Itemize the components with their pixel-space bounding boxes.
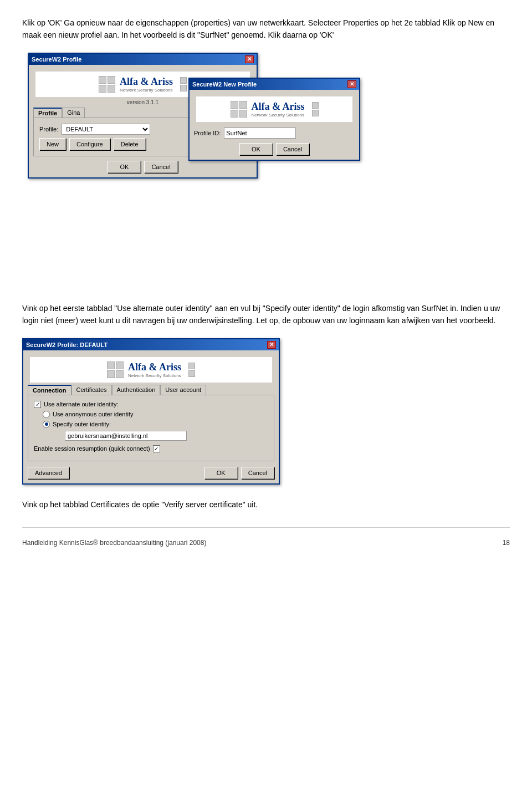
alternate-identity-checkbox[interactable]: ✓ bbox=[34, 401, 41, 408]
dialog1-logo-sub: Network Security Solutions bbox=[120, 88, 173, 93]
tab-user-account[interactable]: User account bbox=[160, 385, 206, 395]
anonymous-identity-radio[interactable] bbox=[43, 411, 50, 418]
configure-button[interactable]: Configure bbox=[69, 138, 110, 150]
alternate-identity-label: Use alternate outer identity: bbox=[44, 401, 119, 407]
session-resumption-checkbox[interactable]: ✓ bbox=[153, 445, 160, 452]
session-resumption-label: Enable session resumption (quick connect… bbox=[34, 445, 150, 452]
dialog3-cancel-button[interactable]: Cancel bbox=[241, 467, 274, 479]
dialog3-logo-area: Alfa & Ariss Network Security Solutions bbox=[30, 357, 272, 383]
profile-label: Profile: bbox=[39, 126, 58, 133]
anonymous-identity-label: Use anonymous outer identity bbox=[53, 411, 134, 417]
new-button[interactable]: New bbox=[39, 138, 66, 150]
dialog2-logo-main: Alfa & Ariss bbox=[252, 101, 305, 113]
dialog2-logo-squares-icon bbox=[231, 101, 247, 118]
dialog3-logo-main: Alfa & Ariss bbox=[128, 361, 181, 373]
dialog3-footer-buttons: Advanced OK Cancel bbox=[28, 467, 274, 479]
dialog3-titlebar: SecureW2 Profile: DEFAULT ✕ bbox=[23, 339, 279, 350]
dialog1-logo-main: Alfa & Ariss bbox=[120, 76, 173, 88]
profile-select[interactable]: DEFAULT bbox=[62, 124, 150, 135]
identity-input-row bbox=[54, 431, 268, 441]
anonymous-identity-row: Use anonymous outer identity bbox=[43, 411, 268, 418]
footer-right: 18 bbox=[503, 539, 510, 547]
dialog1-ok-button[interactable]: OK bbox=[108, 161, 141, 173]
identity-input[interactable] bbox=[65, 431, 187, 441]
dialog3-tab-content: ✓ Use alternate outer identity: Use anon… bbox=[28, 395, 274, 461]
dialog2-ok-button[interactable]: OK bbox=[239, 143, 273, 155]
dialog3-logo-sub: Network Security Solutions bbox=[128, 373, 181, 378]
specify-identity-radio[interactable] bbox=[43, 421, 50, 428]
delete-button[interactable]: Delete bbox=[114, 138, 146, 150]
dialog1-footer-buttons: OK Cancel bbox=[33, 161, 252, 173]
dialog3-logo-squares-icon bbox=[107, 361, 124, 378]
dialog3-title: SecureW2 Profile: DEFAULT bbox=[26, 342, 108, 348]
dialog1-close-button[interactable]: ✕ bbox=[245, 55, 254, 63]
profile-id-input[interactable] bbox=[224, 128, 296, 139]
dialog1-cancel-button[interactable]: Cancel bbox=[144, 161, 177, 173]
footer-left: Handleiding KennisGlas® breedbandaanslui… bbox=[22, 539, 206, 547]
paragraph-1: Klik op 'OK' Ga opnieuw naar de eigensch… bbox=[22, 17, 510, 42]
tab-profile[interactable]: Profile bbox=[33, 108, 62, 118]
specify-identity-row: Specify outer identity: bbox=[43, 421, 268, 428]
page-footer: Handleiding KennisGlas® breedbandaanslui… bbox=[22, 527, 510, 547]
dialog2-close-button[interactable]: ✕ bbox=[347, 80, 356, 88]
tab-authentication[interactable]: Authentication bbox=[112, 385, 161, 395]
securew2-default-profile-dialog: SecureW2 Profile: DEFAULT ✕ Alfa & Ariss… bbox=[22, 338, 280, 485]
specify-identity-label: Specify outer identity: bbox=[53, 421, 111, 427]
dialog2-logo-area: Alfa & Ariss Network Security Solutions bbox=[196, 96, 352, 122]
dialog1-title: SecureW2 Profile bbox=[32, 56, 81, 63]
alternate-identity-row: ✓ Use alternate outer identity: bbox=[34, 401, 268, 408]
dialog3-ok-button[interactable]: OK bbox=[204, 467, 238, 479]
paragraph-3-section: Vink op het tabblad Certificates de opti… bbox=[22, 498, 510, 511]
dialog3-tabs: Connection Certificates Authentication U… bbox=[28, 385, 274, 395]
dialog3-wrapper: SecureW2 Profile: DEFAULT ✕ Alfa & Ariss… bbox=[22, 338, 510, 485]
dialog2-cancel-button[interactable]: Cancel bbox=[276, 143, 309, 155]
profile-id-row: Profile ID: bbox=[194, 128, 355, 139]
dialog3-close-button[interactable]: ✕ bbox=[267, 341, 276, 349]
dialog3-right-buttons: OK Cancel bbox=[204, 467, 274, 479]
logo-squares-icon bbox=[99, 76, 115, 93]
tab-certificates[interactable]: Certificates bbox=[71, 385, 112, 395]
session-resumption-row: Enable session resumption (quick connect… bbox=[34, 445, 268, 452]
profile-id-label: Profile ID: bbox=[194, 130, 221, 136]
dialog2-logo-sub: Network Security Solutions bbox=[252, 113, 305, 118]
securew2-new-profile-dialog: SecureW2 New Profile ✕ Alfa & Ariss Netw… bbox=[188, 78, 360, 161]
tab-gina[interactable]: Gina bbox=[62, 108, 85, 118]
tab-connection[interactable]: Connection bbox=[28, 385, 71, 395]
paragraph-3: Vink op het tabblad Certificates de opti… bbox=[22, 498, 510, 511]
dialog1-titlebar: SecureW2 Profile ✕ bbox=[29, 54, 257, 65]
dialog2-title: SecureW2 New Profile bbox=[192, 81, 257, 88]
advanced-button[interactable]: Advanced bbox=[28, 467, 69, 479]
dialog2-footer-buttons: OK Cancel bbox=[194, 143, 355, 155]
paragraph-2: Vink op het eerste tabblad "Use alternat… bbox=[22, 302, 510, 327]
paragraph-2-section: Vink op het eerste tabblad "Use alternat… bbox=[22, 302, 510, 327]
intro-text: Klik op 'OK' Ga opnieuw naar de eigensch… bbox=[22, 17, 510, 42]
dialog2-titlebar: SecureW2 New Profile ✕ bbox=[190, 79, 359, 90]
